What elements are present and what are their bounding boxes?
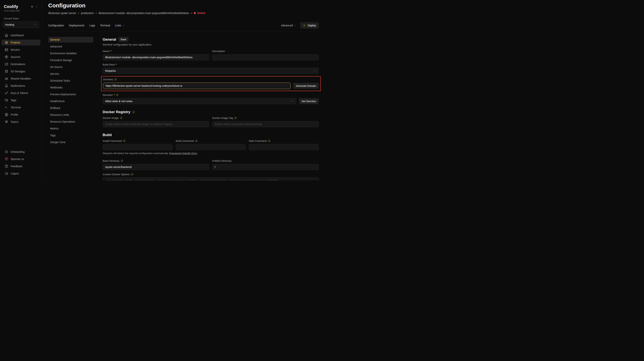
deploy-button[interactable]: Deploy [300, 22, 319, 29]
advanced-dropdown[interactable]: Advanced [281, 24, 296, 27]
sidebar-item-sources[interactable]: Sources [2, 54, 40, 60]
info-icon[interactable] [195, 140, 198, 142]
description-label: Description [212, 49, 319, 53]
help-circle-icon [4, 164, 8, 168]
subnav-item-metrics[interactable]: Metrics [48, 126, 93, 131]
build-command-input[interactable] [176, 144, 246, 150]
tab-deployments[interactable]: Deployments [69, 24, 84, 27]
sidebar-item-terminal[interactable]: >_Terminal [2, 104, 40, 110]
sidebar-item-tags[interactable]: Tags [2, 97, 40, 103]
team-select[interactable]: Hosting [3, 22, 39, 28]
base-directory-label: Base Directory [103, 159, 209, 163]
publish-directory-input[interactable] [212, 164, 319, 170]
build-pack-value: Nixpacks [105, 69, 116, 72]
breadcrumb-project[interactable]: illicitonion quote server [48, 12, 76, 14]
theme-toggle-sun-icon[interactable] [30, 5, 34, 8]
sidebar-item-onboarding[interactable]: Onboarding [2, 149, 40, 155]
info-icon[interactable] [116, 94, 118, 96]
info-icon[interactable] [132, 111, 135, 113]
sidebar-item-keys-tokens[interactable]: Keys & Tokens [2, 90, 40, 96]
database-icon [4, 70, 8, 73]
app-version: v4.0.0-beta.399 [0, 9, 42, 12]
breadcrumb-environment[interactable]: production [81, 12, 94, 14]
terminal-icon: >_ [4, 106, 8, 109]
selector-updown-icon [122, 24, 125, 27]
info-icon[interactable] [131, 173, 134, 176]
status-dot-icon [194, 12, 196, 14]
subnav-item-resource-operations[interactable]: Resource Operations [48, 119, 93, 124]
info-icon[interactable] [234, 116, 237, 119]
subnav-item-servers[interactable]: Servers [48, 71, 93, 77]
tab-links-dropdown[interactable]: Links [115, 24, 125, 27]
docker-image-input[interactable] [103, 121, 209, 127]
subnav-item-advanced[interactable]: Advanced [48, 44, 93, 49]
info-icon[interactable] [121, 160, 123, 162]
subnav-item-danger-zone[interactable]: Danger Zone [48, 139, 93, 145]
framework-docs-link[interactable]: Framework Specific Docs [169, 152, 197, 155]
breadcrumb-application[interactable]: illicitestonion/-module--decomposition:m… [98, 12, 189, 14]
server-icon [4, 48, 8, 52]
sidebar-item-servers[interactable]: Servers [2, 47, 40, 52]
tab-logs[interactable]: Logs [89, 24, 95, 27]
start-command-label: Start Command [249, 139, 319, 143]
subnav-item-git-source[interactable]: Git Source [48, 64, 93, 70]
breadcrumb: illicitonion quote server › production ›… [48, 12, 319, 14]
subnav-item-persistent-storage[interactable]: Persistent Storage [48, 57, 93, 63]
sidebar-item-profile[interactable]: Profile [2, 112, 40, 118]
description-input[interactable] [212, 54, 319, 60]
subnav-item-scheduled-tasks[interactable]: Scheduled Tasks [48, 78, 93, 84]
sidebar-item-teams[interactable]: Teams [2, 119, 40, 125]
section-heading-docker-registry: Docker Registry [103, 110, 130, 114]
name-input[interactable] [103, 54, 209, 60]
subnav-item-environment-variables[interactable]: Environment Variables [48, 50, 93, 56]
build-command-label: Build Command [176, 139, 246, 143]
info-icon[interactable] [120, 116, 122, 119]
subnav-item-rollback[interactable]: Rollback [48, 105, 93, 111]
chevron-down-icon [314, 70, 316, 72]
base-directory-input[interactable] [103, 164, 209, 170]
sidebar-item-sponsor-us[interactable]: Sponsor us [2, 156, 40, 162]
chevron-right-icon: › [191, 12, 192, 14]
layers-icon [4, 40, 8, 44]
sidebar-item-projects[interactable]: Projects [2, 40, 40, 45]
set-direction-button[interactable]: Set Direction [299, 98, 319, 104]
section-heading-general: General [103, 38, 116, 42]
tab-configuration[interactable]: Configuration [48, 24, 64, 27]
generate-domain-button[interactable]: Generate Domain [293, 83, 319, 89]
subnav-item-general[interactable]: General [48, 37, 93, 42]
sidebar-nav: Dashboard Projects Servers Sources Desti… [0, 32, 42, 126]
sidebar-item-notifications[interactable]: Notifications [2, 83, 40, 89]
sidebar-item-feedback[interactable]: Feedback [2, 164, 40, 169]
subnav-item-webhooks[interactable]: Webhooks [48, 85, 93, 90]
sidebar-item-s3-storages[interactable]: S3 Storages [2, 68, 40, 74]
sidebar-item-logout[interactable]: Logout [2, 171, 40, 176]
install-command-input[interactable] [103, 144, 173, 150]
direction-select[interactable]: Allow www & non-www. [103, 98, 296, 104]
subnav-item-preview-deployments[interactable]: Preview Deployments [48, 92, 93, 97]
home-icon [4, 34, 8, 37]
docker-image-tag-label: Docker Image Tag [212, 116, 319, 120]
domains-label: Domains [103, 78, 319, 81]
users-group-icon [4, 120, 8, 124]
docker-image-tag-input[interactable] [212, 121, 319, 127]
start-command-input[interactable] [249, 144, 319, 150]
main-content: Configuration illicitonion quote server … [42, 0, 322, 180]
required-asterisk: * [110, 50, 112, 52]
sidebar-item-dashboard[interactable]: Dashboard [2, 32, 40, 38]
info-icon[interactable] [123, 140, 126, 142]
chevron-right-icon: › [96, 12, 96, 14]
info-icon[interactable] [114, 78, 117, 81]
build-pack-select[interactable]: Nixpacks [103, 68, 319, 74]
publish-directory-label: Publish Directory [212, 159, 319, 163]
subnav-item-healthcheck[interactable]: Healthcheck [48, 98, 93, 104]
sidebar-item-shared-variables[interactable]: (x)Shared Variables [2, 76, 40, 82]
info-icon[interactable] [268, 140, 270, 142]
subnav-item-tags[interactable]: Tags [48, 132, 93, 138]
domains-input[interactable] [103, 82, 291, 89]
tab-terminal[interactable]: Terminal [100, 24, 110, 27]
sidebar-item-destinations[interactable]: Destinations [2, 61, 40, 67]
save-button[interactable]: Save [118, 37, 128, 42]
custom-docker-options-input[interactable] [103, 178, 319, 180]
subnav-item-resource-limits[interactable]: Resource Limits [48, 112, 93, 118]
sidebar-collapse-selector-icon[interactable] [36, 5, 38, 8]
